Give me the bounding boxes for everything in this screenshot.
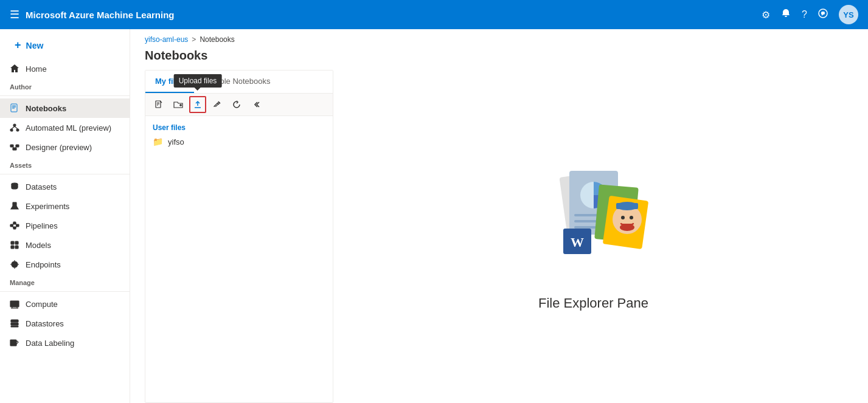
avatar[interactable]: YS — [839, 5, 858, 24]
file-list: User files 📁 yifso — [145, 116, 333, 402]
sidebar-item-home[interactable]: Home — [0, 59, 130, 78]
breadcrumb-separator: > — [192, 35, 196, 44]
main-layout: + New Home Author Notebooks Automated ML… — [0, 29, 868, 403]
hamburger-icon[interactable]: ☰ — [10, 8, 19, 21]
plus-icon: + — [15, 39, 21, 52]
file-explorer-label: File Explorer Pane — [538, 295, 648, 311]
top-bar-left: ☰ Microsoft Azure Machine Learning — [10, 8, 174, 21]
refresh-icon — [232, 100, 241, 109]
file-item-name: yifso — [168, 137, 184, 146]
file-panel: My files Sample Notebooks — [145, 70, 333, 403]
sidebar-item-data-labeling[interactable]: Data Labeling — [0, 333, 130, 353]
svg-line-21 — [13, 223, 13, 226]
app-title: Microsoft Azure Machine Learning — [26, 10, 174, 20]
svg-rect-39 — [11, 320, 18, 322]
sidebar-section-assets: Assets — [0, 157, 130, 171]
top-bar: ☰ Microsoft Azure Machine Learning ⚙ ? Y… — [0, 0, 868, 29]
designer-icon — [10, 142, 19, 152]
notifications-icon[interactable] — [781, 9, 791, 21]
upload-icon — [193, 100, 202, 109]
svg-rect-17 — [10, 224, 13, 227]
sidebar-pipelines-label: Pipelines — [26, 221, 58, 230]
refresh-button[interactable] — [228, 96, 245, 113]
notebooks-icon — [10, 103, 19, 113]
sidebar-datasets-label: Datasets — [26, 182, 57, 191]
sidebar-compute-label: Compute — [26, 300, 58, 309]
models-icon — [10, 240, 19, 250]
svg-rect-18 — [13, 222, 16, 224]
sidebar-data-labeling-label: Data Labeling — [26, 339, 74, 348]
sidebar-section-manage: Manage — [0, 274, 130, 289]
svg-rect-72 — [616, 203, 638, 209]
page-content: Notebooks My files Sample Notebooks — [130, 46, 868, 403]
sidebar-item-datastores[interactable]: Datastores — [0, 314, 130, 333]
tab-my-files[interactable]: My files — [145, 71, 194, 93]
new-label: New — [26, 41, 44, 50]
file-toolbar: Upload files — [145, 94, 333, 116]
feedback-icon[interactable] — [818, 9, 828, 21]
illustration-svg: W — [527, 162, 661, 283]
sidebar: + New Home Author Notebooks Automated ML… — [0, 29, 130, 403]
settings-icon[interactable]: ⚙ — [762, 9, 770, 21]
breadcrumb-workspace[interactable]: yifso-aml-eus — [145, 35, 188, 44]
collapse-icon — [252, 100, 260, 109]
svg-rect-20 — [16, 224, 19, 227]
svg-rect-41 — [11, 326, 18, 327]
data-labeling-icon — [10, 338, 19, 348]
help-icon[interactable]: ? — [802, 9, 807, 20]
new-folder-icon — [173, 100, 183, 109]
sidebar-item-designer[interactable]: Designer (preview) — [0, 137, 130, 157]
svg-point-7 — [16, 129, 19, 131]
sidebar-home-label: Home — [26, 64, 47, 74]
sidebar-models-label: Models — [26, 241, 51, 250]
breadcrumb: yifso-aml-eus > Notebooks — [130, 29, 868, 46]
datastores-icon — [10, 319, 19, 328]
upload-button-container: Upload files — [189, 96, 206, 113]
tab-sample-notebooks[interactable]: Sample Notebooks — [194, 71, 280, 93]
edit-icon — [213, 100, 221, 109]
sidebar-experiments-label: Experiments — [26, 202, 69, 211]
sidebar-item-endpoints[interactable]: Endpoints — [0, 255, 130, 274]
sidebar-item-datasets[interactable]: Datasets — [0, 177, 130, 196]
sidebar-designer-label: Designer (preview) — [26, 143, 92, 152]
new-file-button[interactable] — [150, 96, 167, 113]
page-title: Notebooks — [145, 46, 853, 63]
sidebar-datastores-label: Datastores — [26, 319, 64, 328]
svg-rect-35 — [10, 301, 19, 307]
panels: My files Sample Notebooks — [145, 70, 853, 403]
compute-icon — [10, 299, 19, 309]
sidebar-item-experiments[interactable]: Experiments — [0, 196, 130, 216]
svg-rect-26 — [15, 241, 18, 244]
experiments-icon — [10, 201, 19, 211]
svg-point-6 — [10, 129, 13, 131]
upload-button[interactable] — [189, 96, 206, 113]
sidebar-item-pipelines[interactable]: Pipelines — [0, 216, 130, 235]
svg-text:W: W — [571, 235, 584, 250]
endpoints-icon — [10, 260, 19, 269]
svg-point-74 — [630, 216, 633, 219]
new-button[interactable]: + New — [5, 34, 125, 57]
home-icon — [10, 64, 19, 74]
svg-point-30 — [13, 263, 16, 266]
svg-line-22 — [13, 226, 13, 228]
sidebar-item-automated-ml[interactable]: Automated ML (preview) — [0, 118, 130, 137]
svg-point-75 — [620, 224, 634, 231]
user-files-label: User files — [145, 121, 333, 134]
svg-rect-10 — [10, 145, 13, 147]
new-folder-button[interactable] — [170, 96, 187, 113]
list-item[interactable]: 📁 yifso — [145, 134, 333, 149]
edit-button[interactable] — [209, 96, 226, 113]
svg-rect-11 — [16, 145, 19, 147]
svg-rect-27 — [11, 246, 14, 249]
sidebar-item-notebooks[interactable]: Notebooks — [0, 98, 130, 118]
sidebar-item-models[interactable]: Models — [0, 235, 130, 255]
svg-rect-12 — [13, 148, 16, 150]
svg-rect-28 — [15, 246, 18, 249]
svg-line-24 — [16, 226, 16, 228]
folder-icon: 📁 — [153, 137, 163, 146]
sidebar-endpoints-label: Endpoints — [26, 260, 61, 269]
top-bar-right: ⚙ ? YS — [762, 5, 858, 24]
svg-point-73 — [621, 216, 625, 219]
sidebar-item-compute[interactable]: Compute — [0, 294, 130, 314]
collapse-button[interactable] — [248, 96, 265, 113]
